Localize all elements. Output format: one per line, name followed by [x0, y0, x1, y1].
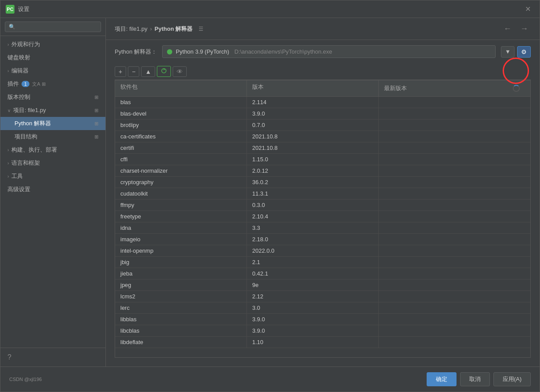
sidebar-item-project-structure[interactable]: 项目结构 ⊞	[0, 130, 105, 143]
package-latest	[379, 120, 530, 131]
sidebar-item-lang[interactable]: › 语言和框架	[0, 156, 105, 170]
sidebar-nav: › 外观和行为 键盘映射 › 编辑器 插件 1 文A ⊞ 版本控制	[0, 36, 105, 348]
watermark: CSDN @xjl196	[9, 377, 42, 382]
col-header-version: 版本	[247, 80, 379, 96]
table-row[interactable]: freetype2.10.4	[115, 211, 530, 222]
chevron-right-icon: ›	[7, 174, 9, 179]
add-package-button[interactable]: +	[115, 66, 126, 77]
package-name: jpeg	[115, 279, 247, 290]
package-latest	[379, 222, 530, 233]
package-name: cryptography	[115, 177, 247, 188]
sidebar-item-label: 插件	[7, 80, 19, 88]
package-name: certifi	[115, 142, 247, 153]
package-latest	[379, 97, 530, 108]
table-row[interactable]: libdeflate1.10	[115, 337, 530, 348]
edit-icon[interactable]: ☰	[199, 26, 203, 32]
sidebar-item-plugins[interactable]: 插件 1 文A ⊞	[0, 77, 105, 91]
table-row[interactable]: intel-openmp2022.0.0	[115, 245, 530, 257]
show-packages-button[interactable]: 👁	[173, 66, 187, 77]
sidebar-item-vcs[interactable]: 版本控制 ⊞	[0, 91, 105, 104]
table-row[interactable]: cudatoolkit11.3.1	[115, 188, 530, 200]
table-row[interactable]: jpeg9e	[115, 279, 530, 291]
sidebar-item-advanced[interactable]: 高级设置	[0, 183, 105, 196]
sidebar-item-python-interpreter[interactable]: Python 解释器 ⊞	[0, 117, 105, 130]
package-latest	[379, 131, 530, 142]
package-latest	[379, 279, 530, 290]
table-row[interactable]: libblas3.9.0	[115, 314, 530, 325]
sidebar-item-label: 语言和框架	[11, 159, 40, 167]
remove-package-button[interactable]: −	[128, 66, 139, 77]
main-header: 项目: file1.py › Python 解释器 ☰ ← →	[106, 18, 540, 40]
package-latest	[379, 200, 530, 211]
table-row[interactable]: cffi1.15.0	[115, 154, 530, 165]
package-version: 2.12	[247, 291, 379, 302]
up-package-button[interactable]: ▲	[141, 66, 155, 77]
help-icon[interactable]: ?	[7, 353, 11, 361]
interpreter-dropdown-button[interactable]: ▼	[501, 46, 515, 58]
package-version: 2.0.12	[247, 165, 379, 176]
table-row[interactable]: lerc3.0	[115, 302, 530, 314]
table-row[interactable]: lcms22.12	[115, 291, 530, 302]
content-area: › 外观和行为 键盘映射 › 编辑器 插件 1 文A ⊞ 版本控制	[0, 18, 540, 367]
sidebar-item-label: 工具	[11, 172, 23, 180]
sidebar-item-project[interactable]: ∨ 项目: file1.py ⊞	[0, 104, 105, 117]
nav-forward-button[interactable]: →	[518, 23, 531, 34]
table-row[interactable]: blas-devel3.9.0	[115, 108, 530, 120]
table-row[interactable]: ca-certificates2021.10.8	[115, 131, 530, 142]
package-name: blas	[115, 97, 247, 108]
plugin-badge: 1	[22, 81, 29, 87]
sidebar-bottom: ?	[0, 348, 105, 367]
table-row[interactable]: blas2.114	[115, 97, 530, 108]
package-name: libblas	[115, 314, 247, 325]
sidebar-sub-item-label: 项目结构	[14, 133, 37, 141]
package-version: 2.10.4	[247, 211, 379, 222]
table-row[interactable]: jbig2.1	[115, 257, 530, 268]
sidebar-item-editor[interactable]: › 编辑器	[0, 64, 105, 77]
table-row[interactable]: cryptography36.0.2	[115, 177, 530, 188]
sidebar-item-keymap[interactable]: 键盘映射	[0, 51, 105, 64]
table-row[interactable]: imageio2.18.0	[115, 234, 530, 245]
packages-area: + − ▲ 👁 软件包	[115, 63, 531, 358]
table-row[interactable]: certifi2021.10.8	[115, 142, 530, 154]
apply-button[interactable]: 应用(A)	[493, 372, 531, 386]
table-row[interactable]: charset-normalizer2.0.12	[115, 165, 530, 177]
packages-table[interactable]: 软件包 版本 最新版本 blas2.114blas-devel3.9.0brot…	[115, 80, 531, 358]
package-version: 0.7.0	[247, 120, 379, 131]
refresh-packages-button[interactable]	[157, 66, 171, 77]
package-latest	[379, 108, 530, 119]
sidebar-item-build[interactable]: › 构建、执行、部署	[0, 143, 105, 156]
package-name: imageio	[115, 234, 247, 245]
interpreter-gear-button[interactable]: ⚙	[517, 46, 531, 58]
interpreter-path: D:\anaconda\envs\PyTorch\python.exe	[234, 48, 332, 55]
cancel-button[interactable]: 取消	[460, 372, 490, 386]
table-row[interactable]: jieba0.42.1	[115, 268, 530, 279]
sidebar-item-label: 高级设置	[7, 185, 30, 193]
interpreter-selector[interactable]: Python 3.9 (PyTorch) D:\anaconda\envs\Py…	[162, 45, 496, 58]
package-version: 9e	[247, 279, 379, 290]
search-input[interactable]	[5, 22, 101, 32]
close-button[interactable]: ✕	[522, 3, 534, 15]
package-version: 2.1	[247, 257, 379, 268]
package-version: 36.0.2	[247, 177, 379, 188]
footer-buttons: 确定 取消 应用(A)	[427, 372, 531, 386]
nav-back-button[interactable]: ←	[501, 23, 514, 34]
package-latest	[379, 211, 530, 222]
table-row[interactable]: libcblas3.9.0	[115, 325, 530, 337]
package-version: 2.114	[247, 97, 379, 108]
col-header-name: 软件包	[115, 80, 247, 96]
table-row[interactable]: ffmpy0.3.0	[115, 200, 530, 211]
package-latest	[379, 302, 530, 313]
sidebar-item-label: 键盘映射	[7, 54, 30, 62]
package-latest	[379, 177, 530, 188]
footer: CSDN @xjl196 确定 取消 应用(A)	[0, 367, 540, 392]
table-row[interactable]: brotlipy0.7.0	[115, 120, 530, 131]
table-row[interactable]: idna3.3	[115, 222, 530, 234]
interpreter-name: Python 3.9 (PyTorch)	[176, 48, 229, 55]
sidebar-item-tools[interactable]: › 工具	[0, 170, 105, 183]
package-version: 2021.10.8	[247, 142, 379, 153]
confirm-button[interactable]: 确定	[427, 372, 457, 386]
package-version: 3.9.0	[247, 314, 379, 325]
package-version: 1.10	[247, 337, 379, 348]
package-latest	[379, 337, 530, 348]
sidebar-item-appearance[interactable]: › 外观和行为	[0, 38, 105, 51]
